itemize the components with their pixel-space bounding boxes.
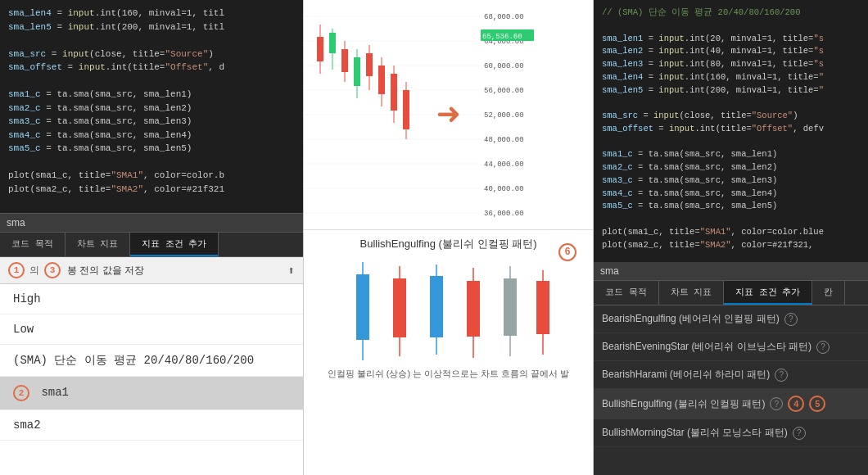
svg-rect-37 — [356, 274, 369, 340]
right-list: BearishEngulfing (베어리쉬 인컬핑 패턴) ? Bearish… — [594, 305, 868, 475]
code-var: sma_len4 — [8, 8, 52, 18]
middle-panel: ➜ — [303, 0, 594, 475]
help-icon[interactable]: ? — [816, 341, 830, 354]
list-item-label: BullishMorningStar (불리쉬 모닝스타 패턴) — [602, 426, 788, 440]
upload-icon[interactable]: ⬆ — [288, 264, 295, 278]
tab-chart-indicator[interactable]: 차트 지표 — [66, 233, 131, 256]
list-item-bearish-engulfing[interactable]: BearishEngulfing (베어리쉬 인컬핑 패턴) ? — [594, 305, 868, 333]
pattern-candles — [334, 258, 563, 364]
tab-condition-add[interactable]: 지표 조건 추가 — [130, 233, 219, 256]
svg-text:68,000.00: 68,000.00 — [484, 13, 524, 21]
list-item-label: BearishEngulfing (베어리쉬 인컬핑 패턴) — [602, 312, 780, 326]
tab-code-purpose[interactable]: 코드 목적 — [0, 233, 66, 256]
dropdown-item-high[interactable]: High — [0, 284, 303, 314]
svg-text:52,000.00: 52,000.00 — [484, 111, 524, 120]
svg-text:56,000.00: 56,000.00 — [484, 87, 524, 95]
right-search-input[interactable] — [600, 265, 861, 277]
right-code-area: // (SMA) 단순 이동 평균 20/40/80/160/200 sma_l… — [594, 0, 868, 262]
svg-rect-47 — [536, 281, 549, 334]
list-item-label: BullishEngulfing (불리쉬 인컬핑 패턴) — [602, 397, 765, 411]
svg-rect-10 — [317, 37, 323, 61]
svg-rect-12 — [329, 33, 336, 53]
svg-rect-20 — [378, 66, 385, 94]
svg-rect-14 — [341, 49, 348, 72]
left-search-input[interactable] — [7, 217, 296, 228]
list-item-label: BearishEveningStar (베어리쉬 이브닝스타 패턴) — [602, 340, 811, 354]
svg-rect-24 — [403, 90, 409, 129]
code-line: sma_len4 = input.int(160, minval=1, titl — [8, 7, 295, 20]
list-item-bullish-morningstar[interactable]: BullishMorningStar (불리쉬 모닝스타 패턴) ? — [594, 419, 868, 447]
badge-2: 2 — [13, 385, 29, 401]
help-icon[interactable]: ? — [775, 369, 788, 382]
left-search-bar — [0, 213, 303, 233]
svg-rect-22 — [391, 74, 397, 111]
svg-rect-16 — [354, 57, 360, 86]
badge-1: 1 — [8, 262, 25, 278]
badge-3: 3 — [44, 262, 61, 278]
right-tab-condition-add[interactable]: 지표 조건 추가 — [724, 281, 812, 305]
svg-text:36,000.00: 36,000.00 — [484, 210, 524, 218]
candlestick-chart: 68,000.00 64,000.00 60,000.00 56,000.00 … — [304, 0, 537, 229]
svg-text:44,000.00: 44,000.00 — [484, 161, 524, 169]
svg-rect-45 — [504, 278, 517, 336]
right-panel: // (SMA) 단순 이동 평균 20/40/80/160/200 sma_l… — [594, 0, 868, 475]
svg-rect-41 — [430, 276, 443, 337]
list-item-bearish-eveningstar[interactable]: BearishEveningStar (베어리쉬 이브닝스타 패턴) ? — [594, 333, 868, 361]
help-icon[interactable]: ? — [793, 427, 806, 440]
help-icon[interactable]: ? — [784, 313, 798, 326]
dropdown-item-sma2[interactable]: sma2 — [0, 410, 303, 441]
badge-4: 4 — [788, 396, 804, 412]
list-item-bearish-harami[interactable]: BearishHarami (베어리쉬 하라미 패턴) ? — [594, 361, 868, 389]
badge-6: 6 — [558, 243, 576, 261]
dropdown-header-label: 의 — [29, 264, 39, 278]
svg-text:65,536.60: 65,536.60 — [482, 33, 522, 41]
dropdown-header: 1 의 3 봉 전의 값을 저장 ⬆ — [0, 257, 303, 284]
svg-rect-43 — [467, 281, 480, 337]
right-tab-chart-indicator[interactable]: 차트 지표 — [659, 281, 725, 305]
left-dropdown: 1 의 3 봉 전의 값을 저장 ⬆ High Low (SMA) 단순 이동 … — [0, 257, 303, 475]
pattern-title-row: BullishEngulfing (불리쉬 인컬핑 패턴) 6 — [312, 237, 585, 258]
left-panel: sma_len4 = input.int(160, minval=1, titl… — [0, 0, 303, 475]
pattern-area: BullishEngulfing (불리쉬 인컬핑 패턴) 6 인컬핑 불 — [304, 229, 593, 475]
list-item-label: BearishHarami (베어리쉬 하라미 패턴) — [602, 368, 770, 382]
right-bottom: 코드 목적 차트 지표 지표 조건 추가 칸 BearishEngulfing … — [594, 262, 868, 475]
right-tab-code-purpose[interactable]: 코드 목적 — [594, 281, 659, 305]
svg-text:60,000.00: 60,000.00 — [484, 62, 524, 70]
pattern-description: 인컬핑 불리쉬 (상승) 는 이상적으로는 차트 흐름의 끝에서 발 — [328, 368, 570, 380]
arrow-icon: ➜ — [436, 91, 460, 139]
dropdown-item-sma[interactable]: (SMA) 단순 이동 평균 20/40/80/160/200 — [0, 345, 303, 377]
svg-rect-39 — [393, 278, 406, 337]
pattern-title: BullishEngulfing (불리쉬 인컬핑 패턴) — [360, 237, 537, 251]
left-tabs: 코드 목적 차트 지표 지표 조건 추가 — [0, 233, 303, 257]
svg-text:40,000.00: 40,000.00 — [484, 185, 524, 193]
right-search-bar — [594, 262, 868, 281]
right-tabs: 코드 목적 차트 지표 지표 조건 추가 칸 — [594, 281, 868, 305]
left-code-area: sma_len4 = input.int(160, minval=1, titl… — [0, 0, 303, 213]
dropdown-header-text: 봉 전의 값을 저장 — [67, 264, 144, 278]
svg-text:48,000.00: 48,000.00 — [484, 136, 524, 144]
dropdown-item-low[interactable]: Low — [0, 314, 303, 345]
list-item-bullish-engulfing[interactable]: BullishEngulfing (불리쉬 인컬핑 패턴) ? 4 5 — [594, 389, 868, 419]
code-line: sma_len5 = input.int(200, minval=1, titl — [8, 20, 295, 34]
right-tab-kan[interactable]: 칸 — [812, 281, 845, 305]
badge-5: 5 — [809, 396, 825, 412]
help-icon[interactable]: ? — [770, 397, 783, 410]
svg-rect-18 — [366, 53, 373, 76]
chart-area: ➜ — [304, 0, 593, 229]
dropdown-item-sma1[interactable]: 2 sma1 — [0, 377, 303, 410]
